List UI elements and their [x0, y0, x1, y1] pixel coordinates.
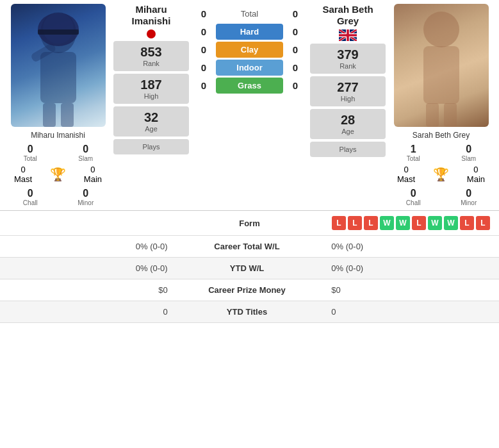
left-total-value: 0	[5, 144, 56, 155]
right-hard-score: 0	[286, 26, 305, 37]
right-age-box: 28 Age	[310, 109, 386, 139]
left-flag-row	[113, 29, 189, 38]
left-clay-score: 0	[194, 44, 213, 55]
left-trophy-row: 0 Mast 🏆 0 Main	[5, 165, 111, 184]
indoor-row: 0 Indoor 0	[194, 60, 305, 76]
stat-row-2: $0 Career Prize Money $0	[0, 279, 499, 301]
right-total-cell: 1 Total	[388, 144, 439, 162]
right-flag-row	[310, 29, 386, 41]
left-total-label: Total	[5, 155, 56, 162]
right-minor-cell: 0 Minor	[444, 188, 495, 206]
grass-row: 0 Grass 0	[194, 78, 305, 94]
left-player-photo	[11, 4, 106, 127]
left-rank-box: 853 Rank	[113, 41, 189, 71]
form-badge-l: L	[364, 216, 378, 230]
stats-rows: 0% (0-0) Career Total W/L 0% (0-0) 0% (0…	[0, 236, 499, 323]
right-player-name-text: Sarah Beth Grey	[413, 131, 470, 140]
left-slam-label: Slam	[61, 155, 111, 162]
form-badge-w: W	[428, 216, 442, 230]
form-badge-w: W	[380, 216, 394, 230]
right-main-label: Main	[467, 174, 485, 184]
right-stats-grid: 1 Total 0 Slam	[388, 144, 494, 162]
left-slam-value: 0	[61, 144, 111, 155]
left-age-value: 32	[120, 110, 183, 125]
right-age-value: 28	[316, 113, 379, 128]
right-mast-cell: 0 Mast	[397, 165, 415, 184]
right-plays-label: Plays	[316, 145, 379, 153]
right-trophy-row: 0 Mast 🏆 0 Main	[388, 165, 494, 184]
right-slam-label: Slam	[444, 155, 495, 162]
svg-rect-12	[444, 103, 457, 127]
total-row: 0 Total 0	[194, 6, 305, 22]
right-rank-value: 379	[316, 47, 379, 62]
left-stats-grid: 0 Total 0 Slam	[5, 144, 111, 162]
total-label: Total	[216, 6, 283, 22]
right-high-label: High	[316, 95, 379, 103]
right-name-line2: Grey	[337, 15, 359, 26]
svg-rect-4	[43, 103, 56, 127]
stat-label-0: Career Total W/L	[168, 242, 327, 251]
stat-row-1: 0% (0-0) YTD W/L 0% (0-0)	[0, 258, 499, 279]
hard-label: Hard	[216, 24, 283, 40]
stat-right-3: 0	[326, 307, 490, 317]
right-minor-value: 0	[444, 188, 495, 199]
right-mast-value: 0	[397, 165, 415, 174]
left-name-line2: Imanishi	[132, 15, 171, 26]
right-clay-score: 0	[286, 44, 305, 55]
form-row: Form LLLWWLWWLL	[0, 211, 499, 236]
right-trophy-icon: 🏆	[433, 167, 449, 182]
left-high-label: High	[120, 92, 183, 100]
left-indoor-score: 0	[194, 62, 213, 73]
stat-label-3: YTD Titles	[168, 307, 327, 317]
stat-left-2: $0	[9, 285, 168, 295]
stat-row-0: 0% (0-0) Career Total W/L 0% (0-0)	[0, 236, 499, 258]
right-indoor-score: 0	[286, 62, 305, 73]
form-badge-l: L	[412, 216, 426, 230]
left-high-value: 187	[120, 78, 183, 92]
svg-point-9	[423, 12, 459, 47]
right-total-score: 0	[286, 8, 305, 19]
right-high-box: 277 High	[310, 76, 386, 106]
right-total-value: 1	[388, 144, 439, 155]
stat-row-3: 0 YTD Titles 0	[0, 301, 499, 323]
left-player-name-text: Miharu Imanishi	[31, 131, 85, 140]
left-hard-score: 0	[194, 26, 213, 37]
main-container: Miharu Imanishi 0 Total 0 Slam 0 Mast 🏆	[0, 0, 499, 323]
right-mast-label: Mast	[397, 174, 415, 184]
stat-left-0: 0% (0-0)	[9, 242, 168, 251]
right-name-header: Sarah Beth Grey	[310, 4, 386, 27]
japan-flag-icon	[147, 29, 156, 38]
right-player-photo	[394, 4, 489, 127]
svg-rect-11	[426, 103, 439, 127]
left-slam-cell: 0 Slam	[61, 144, 111, 162]
left-total-score: 0	[194, 8, 213, 19]
center-surfaces: 0 Total 0 0 Hard 0 0 Clay 0 0 Indoor 0	[192, 4, 307, 95]
left-name-header: Miharu Imanishi	[113, 4, 189, 27]
svg-rect-10	[423, 46, 459, 104]
right-stats-box: Sarah Beth Grey 379 Rank 277 High	[310, 4, 386, 160]
left-minor-cell: 0 Minor	[61, 188, 111, 206]
right-chall-grid: 0 Chall 0 Minor	[388, 188, 494, 206]
right-rank-label: Rank	[316, 62, 379, 70]
svg-rect-5	[61, 103, 74, 127]
left-stats-box: Miharu Imanishi 853 Rank 187 High 32 Age…	[113, 4, 189, 157]
left-age-label: Age	[120, 125, 183, 133]
bottom-section: Form LLLWWLWWLL 0% (0-0) Career Total W/…	[0, 210, 499, 323]
left-photo-placeholder	[11, 4, 106, 127]
right-grass-score: 0	[286, 80, 305, 91]
right-photo-placeholder	[394, 4, 489, 127]
right-chall-cell: 0 Chall	[388, 188, 439, 206]
form-label: Form	[169, 219, 329, 228]
right-age-label: Age	[316, 128, 379, 135]
form-badge-l: L	[460, 216, 474, 230]
uk-flag-icon	[339, 29, 357, 41]
form-badge-l: L	[348, 216, 362, 230]
svg-rect-1	[40, 52, 76, 103]
right-rank-box: 379 Rank	[310, 44, 386, 74]
right-player-block: Sarah Beth Grey 1 Total 0 Slam 0 Mast 🏆	[388, 4, 494, 206]
left-chall-grid: 0 Chall 0 Minor	[5, 188, 111, 206]
left-grass-score: 0	[194, 80, 213, 91]
svg-rect-7	[38, 29, 79, 35]
stat-left-3: 0	[9, 307, 168, 317]
stat-left-1: 0% (0-0)	[9, 263, 168, 273]
